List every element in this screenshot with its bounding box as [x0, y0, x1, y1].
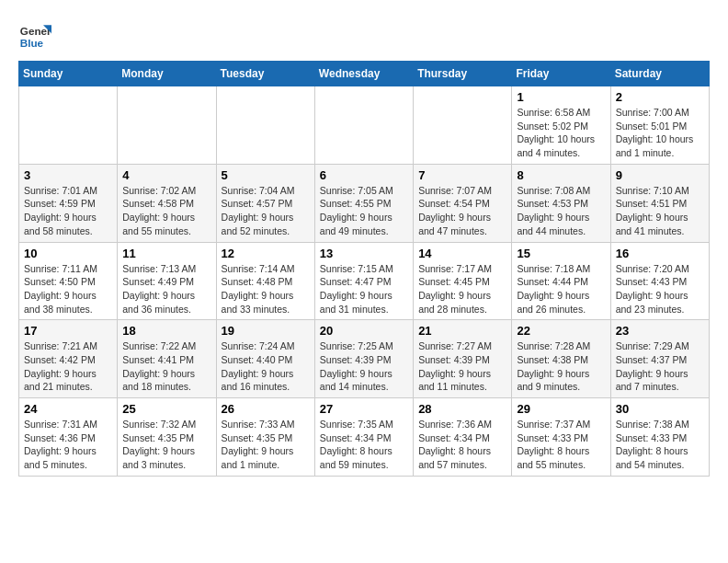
- calendar-cell: [19, 86, 118, 165]
- day-number: 16: [616, 247, 704, 260]
- day-number: 29: [517, 402, 605, 416]
- day-info: Sunrise: 7:22 AM Sunset: 4:41 PM Dayligh…: [122, 339, 210, 394]
- day-info: Sunrise: 7:36 AM Sunset: 4:34 PM Dayligh…: [418, 418, 506, 472]
- day-info: Sunrise: 7:17 AM Sunset: 4:45 PM Dayligh…: [418, 262, 506, 316]
- calendar-cell: 2Sunrise: 7:00 AM Sunset: 5:01 PM Daylig…: [610, 86, 709, 165]
- day-info: Sunrise: 7:05 AM Sunset: 4:55 PM Dayligh…: [320, 184, 408, 238]
- day-info: Sunrise: 7:25 AM Sunset: 4:39 PM Dayligh…: [320, 339, 408, 394]
- day-info: Sunrise: 7:11 AM Sunset: 4:50 PM Dayligh…: [24, 262, 112, 316]
- calendar-cell: 11Sunrise: 7:13 AM Sunset: 4:49 PM Dayli…: [118, 242, 216, 320]
- day-info: Sunrise: 7:07 AM Sunset: 4:54 PM Dayligh…: [418, 184, 506, 238]
- day-number: 3: [24, 168, 112, 182]
- day-number: 12: [222, 247, 310, 260]
- day-number: 28: [418, 402, 506, 416]
- day-info: Sunrise: 7:28 AM Sunset: 4:38 PM Dayligh…: [517, 339, 605, 394]
- day-number: 27: [320, 402, 408, 416]
- calendar-cell: 26Sunrise: 7:33 AM Sunset: 4:35 PM Dayli…: [216, 398, 314, 477]
- calendar-cell: 28Sunrise: 7:36 AM Sunset: 4:34 PM Dayli…: [414, 398, 512, 477]
- calendar-cell: 16Sunrise: 7:20 AM Sunset: 4:43 PM Dayli…: [610, 242, 709, 320]
- calendar-cell: 9Sunrise: 7:10 AM Sunset: 4:51 PM Daylig…: [610, 164, 709, 242]
- calendar-cell: [314, 86, 413, 165]
- svg-text:Blue: Blue: [20, 37, 44, 49]
- calendar-cell: 1Sunrise: 6:58 AM Sunset: 5:02 PM Daylig…: [512, 86, 610, 165]
- day-info: Sunrise: 7:21 AM Sunset: 4:42 PM Dayligh…: [24, 339, 112, 394]
- day-number: 2: [616, 90, 704, 104]
- calendar-cell: 27Sunrise: 7:35 AM Sunset: 4:34 PM Dayli…: [314, 398, 413, 477]
- day-number: 19: [222, 324, 310, 338]
- day-info: Sunrise: 7:14 AM Sunset: 4:48 PM Dayligh…: [222, 262, 310, 316]
- calendar-cell: [414, 86, 512, 165]
- day-info: Sunrise: 7:27 AM Sunset: 4:39 PM Dayligh…: [418, 339, 506, 394]
- calendar-cell: 7Sunrise: 7:07 AM Sunset: 4:54 PM Daylig…: [414, 164, 512, 242]
- calendar-cell: [216, 86, 314, 165]
- calendar-week-row: 17Sunrise: 7:21 AM Sunset: 4:42 PM Dayli…: [19, 320, 710, 398]
- day-number: 13: [320, 247, 408, 260]
- day-number: 4: [122, 168, 210, 182]
- weekday-header: Saturday: [610, 62, 709, 86]
- calendar-cell: [118, 86, 216, 165]
- day-info: Sunrise: 7:02 AM Sunset: 4:58 PM Dayligh…: [122, 184, 210, 238]
- day-info: Sunrise: 7:35 AM Sunset: 4:34 PM Dayligh…: [320, 418, 408, 472]
- day-info: Sunrise: 7:31 AM Sunset: 4:36 PM Dayligh…: [24, 418, 112, 472]
- page-header: General Blue: [18, 18, 710, 52]
- calendar-cell: 25Sunrise: 7:32 AM Sunset: 4:35 PM Dayli…: [118, 398, 216, 477]
- calendar-cell: 29Sunrise: 7:37 AM Sunset: 4:33 PM Dayli…: [512, 398, 610, 477]
- day-number: 22: [517, 324, 605, 338]
- day-info: Sunrise: 7:32 AM Sunset: 4:35 PM Dayligh…: [122, 418, 210, 472]
- calendar-week-row: 3Sunrise: 7:01 AM Sunset: 4:59 PM Daylig…: [19, 164, 710, 242]
- calendar-cell: 20Sunrise: 7:25 AM Sunset: 4:39 PM Dayli…: [314, 320, 413, 398]
- calendar-week-row: 24Sunrise: 7:31 AM Sunset: 4:36 PM Dayli…: [19, 398, 710, 477]
- weekday-header: Sunday: [19, 62, 118, 86]
- weekday-header: Wednesday: [314, 62, 413, 86]
- calendar-week-row: 10Sunrise: 7:11 AM Sunset: 4:50 PM Dayli…: [19, 242, 710, 320]
- calendar-cell: 19Sunrise: 7:24 AM Sunset: 4:40 PM Dayli…: [216, 320, 314, 398]
- day-number: 10: [24, 247, 112, 260]
- calendar-cell: 6Sunrise: 7:05 AM Sunset: 4:55 PM Daylig…: [314, 164, 413, 242]
- day-number: 7: [418, 168, 506, 182]
- calendar-cell: 10Sunrise: 7:11 AM Sunset: 4:50 PM Dayli…: [19, 242, 118, 320]
- calendar-header: SundayMondayTuesdayWednesdayThursdayFrid…: [19, 62, 710, 86]
- calendar-cell: 12Sunrise: 7:14 AM Sunset: 4:48 PM Dayli…: [216, 242, 314, 320]
- day-number: 21: [418, 324, 506, 338]
- calendar-cell: 3Sunrise: 7:01 AM Sunset: 4:59 PM Daylig…: [19, 164, 118, 242]
- day-number: 11: [122, 247, 210, 260]
- day-info: Sunrise: 7:00 AM Sunset: 5:01 PM Dayligh…: [616, 106, 704, 160]
- day-info: Sunrise: 7:37 AM Sunset: 4:33 PM Dayligh…: [517, 418, 605, 472]
- day-info: Sunrise: 7:04 AM Sunset: 4:57 PM Dayligh…: [222, 184, 310, 238]
- day-info: Sunrise: 6:58 AM Sunset: 5:02 PM Dayligh…: [517, 106, 605, 160]
- day-info: Sunrise: 7:13 AM Sunset: 4:49 PM Dayligh…: [122, 262, 210, 316]
- calendar-cell: 14Sunrise: 7:17 AM Sunset: 4:45 PM Dayli…: [414, 242, 512, 320]
- calendar-cell: 15Sunrise: 7:18 AM Sunset: 4:44 PM Dayli…: [512, 242, 610, 320]
- calendar-cell: 8Sunrise: 7:08 AM Sunset: 4:53 PM Daylig…: [512, 164, 610, 242]
- day-number: 5: [222, 168, 310, 182]
- day-info: Sunrise: 7:08 AM Sunset: 4:53 PM Dayligh…: [517, 184, 605, 238]
- day-number: 20: [320, 324, 408, 338]
- day-number: 30: [616, 402, 704, 416]
- day-info: Sunrise: 7:38 AM Sunset: 4:33 PM Dayligh…: [616, 418, 704, 472]
- calendar-cell: 22Sunrise: 7:28 AM Sunset: 4:38 PM Dayli…: [512, 320, 610, 398]
- day-number: 1: [517, 90, 605, 104]
- weekday-header: Tuesday: [216, 62, 314, 86]
- day-number: 26: [222, 402, 310, 416]
- weekday-header: Friday: [512, 62, 610, 86]
- day-info: Sunrise: 7:24 AM Sunset: 4:40 PM Dayligh…: [222, 339, 310, 394]
- day-number: 9: [616, 168, 704, 182]
- day-number: 8: [517, 168, 605, 182]
- day-info: Sunrise: 7:18 AM Sunset: 4:44 PM Dayligh…: [517, 262, 605, 316]
- calendar-cell: 30Sunrise: 7:38 AM Sunset: 4:33 PM Dayli…: [610, 398, 709, 477]
- calendar-cell: 5Sunrise: 7:04 AM Sunset: 4:57 PM Daylig…: [216, 164, 314, 242]
- calendar-cell: 24Sunrise: 7:31 AM Sunset: 4:36 PM Dayli…: [19, 398, 118, 477]
- day-info: Sunrise: 7:10 AM Sunset: 4:51 PM Dayligh…: [616, 184, 704, 238]
- day-info: Sunrise: 7:01 AM Sunset: 4:59 PM Dayligh…: [24, 184, 112, 238]
- calendar-table: SundayMondayTuesdayWednesdayThursdayFrid…: [18, 61, 710, 477]
- day-number: 17: [24, 324, 112, 338]
- day-info: Sunrise: 7:20 AM Sunset: 4:43 PM Dayligh…: [616, 262, 704, 316]
- calendar-week-row: 1Sunrise: 6:58 AM Sunset: 5:02 PM Daylig…: [19, 86, 710, 165]
- day-number: 25: [122, 402, 210, 416]
- calendar-cell: 4Sunrise: 7:02 AM Sunset: 4:58 PM Daylig…: [118, 164, 216, 242]
- day-info: Sunrise: 7:33 AM Sunset: 4:35 PM Dayligh…: [222, 418, 310, 472]
- day-info: Sunrise: 7:29 AM Sunset: 4:37 PM Dayligh…: [616, 339, 704, 394]
- calendar-cell: 21Sunrise: 7:27 AM Sunset: 4:39 PM Dayli…: [414, 320, 512, 398]
- weekday-header: Monday: [118, 62, 216, 86]
- day-info: Sunrise: 7:15 AM Sunset: 4:47 PM Dayligh…: [320, 262, 408, 316]
